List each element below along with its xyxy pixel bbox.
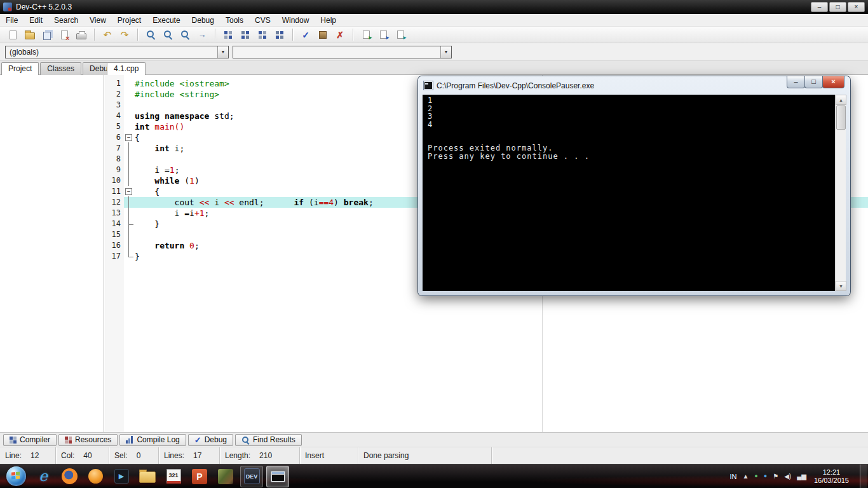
close-file-button[interactable] — [56, 28, 72, 42]
find-in-files-button[interactable] — [159, 28, 176, 42]
minimize-button[interactable]: – — [811, 2, 828, 12]
compiler-grid-icon — [10, 437, 17, 444]
abort-button[interactable]: ✗ — [332, 28, 348, 42]
line-number: 6 — [105, 132, 124, 143]
report-tab-debug[interactable]: ✓Debug — [188, 434, 233, 446]
console-scrollbar[interactable]: ▲ ▼ — [835, 95, 846, 291]
menu-bar: FileEditSearchViewProjectExecuteDebugToo… — [0, 14, 868, 27]
tray-update-icon[interactable]: ● — [764, 473, 767, 479]
line-number: 14 — [105, 219, 124, 229]
line-number: 2 — [105, 89, 124, 100]
scroll-up-icon[interactable]: ▲ — [836, 95, 846, 105]
find-button[interactable] — [142, 28, 159, 42]
print-button[interactable] — [73, 28, 90, 42]
fold-margin — [124, 197, 135, 208]
open-button[interactable] — [22, 28, 38, 42]
tray-volume-icon[interactable]: ◀) — [784, 473, 791, 480]
show-desktop-button[interactable] — [860, 464, 867, 488]
scroll-down-icon[interactable]: ▼ — [836, 281, 846, 291]
menu-help[interactable]: Help — [315, 14, 342, 27]
redo-button[interactable]: ↷ — [116, 28, 133, 42]
toolbar-separator — [292, 29, 293, 41]
replace-button[interactable] — [177, 28, 193, 42]
new-file-button[interactable] — [4, 28, 21, 42]
maximize-button[interactable]: □ — [829, 2, 846, 12]
console-maximize-button[interactable]: □ — [804, 76, 823, 88]
report-tabs: CompilerResourcesCompile Log✓DebugFind R… — [0, 432, 868, 447]
tray-action-center-icon[interactable]: ⚑ — [773, 473, 778, 480]
menu-project[interactable]: Project — [112, 14, 147, 27]
dropdown-arrow-icon[interactable]: ▼ — [440, 46, 451, 58]
menu-file[interactable]: File — [0, 14, 24, 27]
menu-view[interactable]: View — [84, 14, 112, 27]
line-number: 3 — [105, 100, 124, 111]
panel-tab-project[interactable]: Project — [1, 62, 39, 76]
replace-icon — [180, 30, 190, 39]
taskbar-button-round-orange[interactable] — [84, 466, 107, 487]
taskbar-button-folder[interactable] — [136, 466, 159, 487]
menu-cvs[interactable]: CVS — [249, 14, 276, 27]
console-close-button[interactable]: × — [822, 76, 844, 88]
menu-tools[interactable]: Tools — [220, 14, 249, 27]
picture-app-icon — [218, 469, 233, 484]
run-button[interactable] — [237, 28, 254, 42]
compile-run-button[interactable] — [254, 28, 271, 42]
tray-status-icon[interactable]: ● — [754, 473, 757, 479]
taskbar-button-console-window[interactable] — [266, 466, 289, 487]
panel-tab-classes[interactable]: Classes — [40, 62, 81, 75]
goto-bookmark-button[interactable] — [392, 28, 409, 42]
undo-button[interactable]: ↶ — [99, 28, 116, 42]
devcpp-icon: DEV — [244, 468, 260, 484]
report-tab-resources[interactable]: Resources — [58, 434, 118, 446]
package-button[interactable] — [315, 28, 331, 42]
console-title-bar[interactable]: C:\Program Files\Dev-Cpp\ConsolePauser.e… — [418, 76, 850, 95]
taskbar-button-devcpp[interactable]: DEV — [240, 466, 263, 487]
rebuild-button[interactable] — [271, 28, 288, 42]
report-tab-compiler[interactable]: Compiler — [3, 434, 57, 446]
taskbar-clock[interactable]: 12:21 16/03/2015 — [814, 468, 849, 485]
report-tab-compile-log[interactable]: Compile Log — [119, 434, 186, 446]
start-button[interactable] — [6, 466, 26, 486]
close-button[interactable]: × — [848, 2, 865, 12]
menu-execute[interactable]: Execute — [147, 14, 186, 27]
taskbar-button-firefox[interactable] — [58, 466, 81, 487]
editor-tab[interactable]: 4.1.cpp — [107, 62, 146, 76]
menu-window[interactable]: Window — [276, 14, 315, 27]
status-mode: Insert — [300, 447, 358, 464]
media-player-icon: ▶ — [114, 469, 129, 484]
line-number: 7 — [105, 143, 124, 154]
taskbar-button-media-player[interactable]: ▶ — [110, 466, 133, 487]
line-number: 5 — [105, 121, 124, 132]
tray-network-icon[interactable]: ▄▆ — [797, 473, 806, 480]
console-minimize-button[interactable]: – — [787, 76, 805, 88]
report-tab-find-results[interactable]: Find Results — [235, 434, 302, 446]
members-combobox[interactable]: ▼ — [233, 46, 452, 58]
toggle-bookmark-button[interactable] — [375, 28, 391, 42]
menu-search[interactable]: Search — [48, 14, 84, 27]
fold-margin — [124, 100, 135, 111]
insert-button[interactable] — [358, 28, 374, 42]
goto-line-button[interactable]: → — [194, 28, 210, 42]
tray-chevron-icon[interactable]: ▲ — [742, 473, 749, 480]
taskbar-button-internet-explorer[interactable]: e — [32, 466, 55, 487]
taskbar-button-picture-app[interactable] — [214, 466, 237, 487]
language-indicator[interactable]: IN — [729, 473, 736, 480]
scrollbar-thumb[interactable] — [836, 105, 846, 130]
menu-edit[interactable]: Edit — [24, 14, 48, 27]
console-window[interactable]: C:\Program Files\Dev-Cpp\ConsolePauser.e… — [418, 76, 850, 295]
save-all-button[interactable] — [39, 28, 55, 42]
fold-collapse-icon[interactable]: − — [124, 132, 135, 143]
menu-debug[interactable]: Debug — [186, 14, 220, 27]
fold-margin — [124, 251, 135, 262]
taskbar-button-powerpoint[interactable]: P — [188, 466, 211, 487]
compile-button[interactable] — [220, 28, 236, 42]
fold-collapse-icon[interactable]: − — [124, 186, 135, 197]
taskbar-button-calendar-321[interactable]: 321 — [162, 466, 185, 487]
toolbar-separator — [94, 29, 95, 41]
globals-combobox[interactable]: (globals) ▼ — [5, 46, 229, 58]
dropdown-arrow-icon[interactable]: ▼ — [217, 46, 228, 58]
line-number: 9 — [105, 165, 124, 175]
project-panel[interactable] — [0, 75, 104, 432]
syntax-check-button[interactable]: ✓ — [297, 28, 314, 42]
internet-explorer-icon: e — [39, 469, 48, 484]
